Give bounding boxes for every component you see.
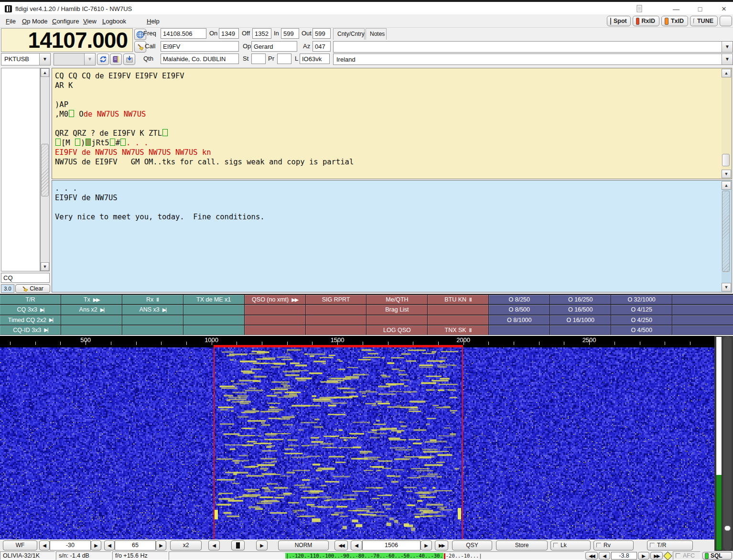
county-combo-arrow-icon[interactable]: ▼: [722, 42, 733, 52]
macro-button-o-16-250[interactable]: O 16/250: [550, 295, 611, 304]
waterfall-scale[interactable]: 5001000150020002500: [0, 336, 714, 347]
time-off-field[interactable]: [252, 28, 271, 39]
macro-button-o-8-500[interactable]: O 8/500: [489, 305, 550, 314]
wf-speed-button[interactable]: NORM: [278, 540, 329, 550]
macro-button-btu-kn[interactable]: BTU KN‖: [428, 295, 488, 304]
macro-button-ans-x3[interactable]: ANS x3▶|: [122, 305, 183, 314]
macro-button-rx[interactable]: Rx‖: [122, 295, 183, 304]
macro-button-empty[interactable]: [672, 305, 733, 314]
macro-button-empty[interactable]: [306, 325, 366, 335]
macro-button-timed-cq-2x2[interactable]: Timed CQ 2x2▶|: [0, 315, 61, 325]
macro-button-empty[interactable]: [183, 315, 244, 325]
macro-button-tx-de-me-x1[interactable]: TX de ME x1: [183, 295, 244, 304]
macro-button-empty[interactable]: [183, 305, 244, 314]
macro-button-empty[interactable]: [183, 325, 244, 335]
macro-list-scrollbar[interactable]: ▲ ▼: [40, 68, 50, 271]
province-field[interactable]: [277, 54, 291, 64]
mode-combo[interactable]: PKTUSB ▼: [1, 53, 51, 65]
rx-scroll-down-icon[interactable]: ▼: [722, 170, 731, 178]
scroll-down-icon[interactable]: ▼: [41, 262, 49, 271]
menu-logbook[interactable]: Logbook: [100, 17, 128, 26]
tab-notes[interactable]: Notes: [366, 28, 387, 40]
shift-right-icon[interactable]: ▶: [256, 540, 268, 550]
rx-scroll-up-icon[interactable]: ▲: [722, 69, 731, 77]
menu-view[interactable]: View: [81, 17, 98, 26]
status-mode[interactable]: OLIVIA-32/1K: [0, 551, 55, 560]
carrier-double-right-icon[interactable]: ▶▶: [435, 540, 448, 550]
macro-button-empty[interactable]: [245, 325, 305, 335]
wpm-value[interactable]: 3.0: [1, 284, 14, 293]
close-button[interactable]: ×: [716, 4, 732, 14]
carrier-left-icon[interactable]: ◀: [351, 540, 362, 550]
macro-button-qso-no-xmt[interactable]: QSO (no xmt)▶▶: [245, 295, 305, 304]
macro-button-sig-rprt[interactable]: SIG RPRT: [306, 295, 366, 304]
macro-button-o-16-500[interactable]: O 16/500: [550, 305, 611, 314]
macro-button-o-4-125[interactable]: O 4/125: [611, 305, 672, 314]
macro-button-cq-id-3x3[interactable]: CQ-ID 3x3▶|: [0, 325, 61, 335]
carrier-frequency-field[interactable]: 1506: [362, 540, 420, 550]
clear-button[interactable]: Clear: [15, 284, 50, 293]
waterfall-display[interactable]: [0, 347, 714, 539]
macro-button-empty[interactable]: [489, 325, 550, 335]
macro-button-t-r[interactable]: T/R: [0, 295, 61, 304]
macro-button-o-4-500[interactable]: O 4/500: [611, 325, 672, 335]
store-button[interactable]: Store: [496, 540, 548, 550]
squelch-slider[interactable]: [723, 336, 732, 550]
macro-button-log-qso[interactable]: LOG QSO: [366, 325, 427, 335]
rx-text-panel[interactable]: CQ CQ CQ de EI9FV EI9FV EI9FVAR K )AP,M0…: [52, 68, 732, 179]
minimize-button[interactable]: —: [668, 4, 684, 14]
secondary-combo-arrow-icon[interactable]: ▼: [84, 54, 95, 65]
freq-field[interactable]: [161, 28, 206, 39]
rst-in-field[interactable]: [281, 28, 299, 39]
macro-button-empty[interactable]: [122, 315, 183, 325]
scrollbar-thumb[interactable]: [41, 144, 49, 196]
rxid-toggle[interactable]: RxID: [633, 16, 659, 26]
ref-level-field[interactable]: 65: [115, 540, 156, 550]
afc-toggle[interactable]: AFC: [673, 551, 701, 560]
macro-button-empty[interactable]: [672, 325, 733, 335]
ref-level-right-icon[interactable]: ▶: [156, 540, 166, 550]
tx-scroll-up-icon[interactable]: ▲: [722, 181, 731, 190]
macro-button-me-qth[interactable]: Me/QTH: [366, 295, 427, 304]
macro-button-empty[interactable]: [428, 315, 488, 325]
locator-field[interactable]: [300, 54, 330, 64]
reverse-toggle[interactable]: Rv: [593, 540, 634, 550]
state-field[interactable]: [251, 54, 266, 64]
menu-file[interactable]: File: [4, 17, 18, 26]
zoom-x2-button[interactable]: x2: [170, 540, 202, 550]
mode-combo-arrow-icon[interactable]: ▼: [39, 54, 50, 65]
macro-button-empty[interactable]: [306, 305, 366, 314]
tx-scrollbar[interactable]: ▲ ▼: [722, 181, 731, 291]
tune-toggle[interactable]: TUNE: [690, 16, 718, 26]
amp-span-field[interactable]: -30: [50, 540, 91, 550]
step-value-field[interactable]: -3.8: [611, 552, 637, 560]
tx-scroll-down-icon[interactable]: ▼: [722, 283, 731, 291]
macro-button-empty[interactable]: [672, 315, 733, 325]
carrier-double-left-icon[interactable]: ◀◀: [334, 540, 348, 550]
extra-toggle[interactable]: [720, 16, 732, 26]
macro-button-ans-x2[interactable]: Ans x2▶|: [61, 305, 122, 314]
macro-button-brag-list[interactable]: Brag List: [366, 305, 427, 314]
menu-help[interactable]: Help: [145, 17, 162, 26]
amp-span-left-icon[interactable]: ◀: [39, 540, 50, 550]
wf-mode-button[interactable]: WF: [3, 540, 37, 550]
step-double-left-icon[interactable]: ◀◀: [585, 552, 598, 560]
tx-scrollbar-thumb[interactable]: [722, 191, 730, 272]
maximize-button[interactable]: □: [692, 4, 708, 14]
op-name-field[interactable]: [251, 41, 297, 52]
qsy-button[interactable]: QSY: [452, 540, 492, 550]
step-left-icon[interactable]: ◀: [599, 552, 610, 560]
macro-button-cq-3x3[interactable]: CQ 3x3▶|: [0, 305, 61, 314]
macro-button-empty[interactable]: [672, 295, 733, 304]
macro-button-empty[interactable]: [245, 315, 305, 325]
qth-field[interactable]: [161, 54, 239, 64]
scroll-up-icon[interactable]: ▲: [41, 68, 49, 77]
time-on-field[interactable]: [219, 28, 239, 39]
macro-button-empty[interactable]: [428, 305, 488, 314]
county-combo[interactable]: ▼: [333, 41, 733, 53]
squelch-slider-thumb[interactable]: [724, 526, 731, 531]
ref-level-left-icon[interactable]: ◀: [104, 540, 115, 550]
txid-toggle[interactable]: TxID: [661, 16, 688, 26]
macro-button-o-16-1000[interactable]: O 16/1000: [550, 315, 611, 325]
macro-button-empty[interactable]: [306, 315, 366, 325]
